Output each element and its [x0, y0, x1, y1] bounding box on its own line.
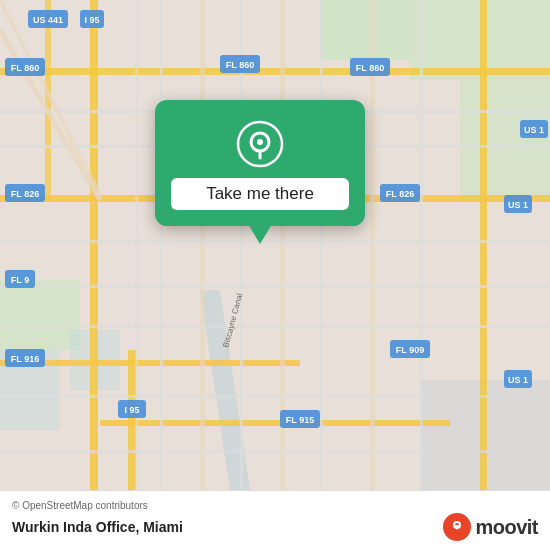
svg-rect-25 [0, 395, 550, 398]
svg-rect-29 [320, 0, 323, 490]
map-container: US 441 I 95 FL 860 FL 860 FL 860 FL 826 … [0, 0, 550, 490]
svg-point-67 [257, 139, 263, 145]
bottom-bar: © OpenStreetMap contributors Wurkin Inda… [0, 490, 550, 550]
place-name: Wurkin Inda Office, Miami [12, 519, 183, 535]
svg-rect-23 [0, 285, 550, 288]
svg-text:US 441: US 441 [33, 15, 63, 25]
svg-rect-26 [0, 450, 550, 453]
svg-text:US 1: US 1 [524, 125, 544, 135]
svg-text:FL 826: FL 826 [11, 189, 39, 199]
svg-text:FL 860: FL 860 [356, 63, 384, 73]
take-me-there-popup[interactable]: Take me there [155, 100, 365, 226]
svg-text:FL 915: FL 915 [286, 415, 314, 425]
svg-text:FL 826: FL 826 [386, 189, 414, 199]
svg-text:I 95: I 95 [84, 15, 99, 25]
svg-rect-22 [0, 240, 550, 243]
svg-rect-14 [128, 350, 136, 490]
map-attribution: © OpenStreetMap contributors [12, 500, 538, 511]
svg-rect-3 [460, 80, 550, 200]
svg-rect-13 [90, 0, 98, 490]
svg-text:FL 860: FL 860 [226, 60, 254, 70]
svg-text:FL 916: FL 916 [11, 354, 39, 364]
svg-text:FL 860: FL 860 [11, 63, 39, 73]
take-me-there-button[interactable]: Take me there [171, 178, 349, 210]
svg-rect-27 [160, 0, 163, 490]
moovit-icon [443, 513, 471, 541]
moovit-logo: moovit [443, 513, 538, 541]
svg-rect-30 [420, 0, 423, 490]
svg-text:FL 9: FL 9 [11, 275, 29, 285]
place-info: Wurkin Inda Office, Miami moovit [12, 513, 538, 541]
svg-text:FL 909: FL 909 [396, 345, 424, 355]
svg-rect-17 [200, 0, 205, 490]
svg-rect-12 [100, 420, 450, 426]
svg-rect-1 [320, 0, 410, 60]
svg-rect-4 [0, 280, 80, 350]
svg-rect-16 [480, 0, 487, 490]
svg-rect-24 [0, 325, 550, 328]
moovit-pin-svg [448, 518, 466, 536]
svg-text:US 1: US 1 [508, 375, 528, 385]
map-background: US 441 I 95 FL 860 FL 860 FL 860 FL 826 … [0, 0, 550, 490]
svg-text:I 95: I 95 [124, 405, 139, 415]
moovit-text: moovit [475, 516, 538, 539]
svg-rect-9 [0, 68, 550, 75]
location-pin-icon [236, 120, 284, 168]
svg-rect-28 [240, 0, 243, 490]
svg-text:US 1: US 1 [508, 200, 528, 210]
